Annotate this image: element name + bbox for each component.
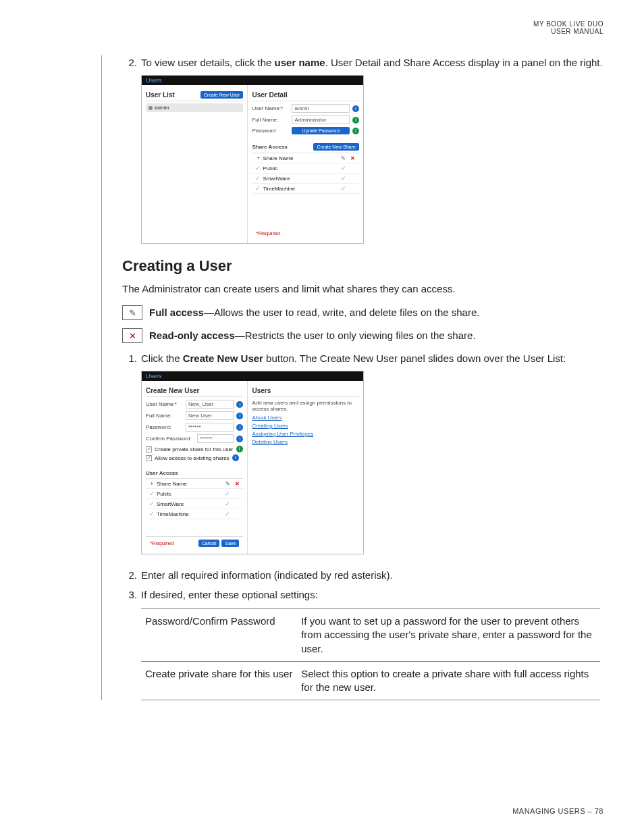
required-label: *Required bbox=[150, 540, 174, 546]
help-icon[interactable]: i bbox=[236, 401, 243, 408]
username-input[interactable]: admin bbox=[292, 104, 350, 113]
help-icon[interactable]: i bbox=[352, 105, 359, 112]
step-2-userdetails: 2. To view user details, click the user … bbox=[122, 55, 603, 70]
cancel-button[interactable]: Cancel bbox=[198, 540, 220, 547]
screenshot-create-new-user: Users Create New User User Name:* New_Us… bbox=[141, 371, 364, 554]
create-new-user-button[interactable]: Create New User bbox=[200, 91, 244, 99]
share-row: ✓ TimeMachine ✓ bbox=[146, 509, 243, 519]
check-icon[interactable]: ✓ bbox=[223, 490, 232, 497]
checkbox-private-share[interactable] bbox=[146, 446, 152, 452]
password-label: Password bbox=[252, 128, 289, 134]
fullname-label: Full Name: bbox=[252, 117, 289, 123]
required-label: *Required bbox=[252, 228, 359, 239]
fullname-input[interactable]: Administrator bbox=[292, 115, 350, 124]
check-icon[interactable]: ✓ bbox=[339, 175, 348, 182]
ss2-topbar: Users bbox=[142, 371, 363, 381]
help-icon[interactable]: i bbox=[232, 454, 239, 461]
help-panel-title: Users bbox=[252, 385, 359, 397]
help-link[interactable]: Creating Users bbox=[252, 423, 359, 429]
full-access-row: ✎ Full access—Allows the user to read, w… bbox=[122, 305, 603, 320]
header-product-line: MY BOOK LIVE DUO USER MANUAL bbox=[41, 20, 603, 35]
help-text: Add new users and assign permissions to … bbox=[252, 400, 359, 412]
confirm-password-label: Confirm Password: bbox=[146, 436, 194, 442]
share-row: ✓ Public ✓ bbox=[146, 489, 243, 499]
options-table: Password/Confirm Password If you want to… bbox=[141, 608, 600, 700]
check-icon[interactable]: ✓ bbox=[253, 165, 263, 172]
x-icon: ✕ bbox=[348, 155, 358, 161]
fullname-input[interactable]: New User bbox=[186, 411, 234, 420]
username-label: User Name:* bbox=[146, 401, 183, 407]
create-new-share-button[interactable]: Create New Share bbox=[313, 143, 359, 151]
step-3-optional: 3. If desired, enter these optional sett… bbox=[122, 588, 603, 602]
check-icon[interactable]: ✓ bbox=[147, 490, 157, 497]
help-icon[interactable]: i bbox=[236, 446, 243, 452]
step-2-enter-required: 2. Enter all required information (indic… bbox=[122, 568, 603, 582]
table-row: Create private share for this user Selec… bbox=[141, 661, 600, 700]
check-icon[interactable]: ✓ bbox=[223, 511, 232, 517]
share-col-header: Share Name bbox=[157, 481, 223, 487]
pencil-icon: ✎ bbox=[223, 481, 232, 487]
user-icon bbox=[149, 106, 153, 110]
ss1-userdetail-title: User Detail bbox=[252, 89, 359, 101]
step-1-create: 1. Click the Create New User button. The… bbox=[122, 351, 603, 365]
plus-icon[interactable]: + bbox=[253, 155, 263, 161]
ss1-topbar: Users bbox=[142, 76, 363, 85]
username-input[interactable]: New_User bbox=[186, 400, 234, 409]
check-icon[interactable]: ✓ bbox=[339, 185, 348, 192]
share-row: ✓ Public ✓ bbox=[252, 163, 359, 174]
share-col-header: Share Name bbox=[263, 155, 339, 161]
confirm-password-input[interactable]: ****** bbox=[197, 434, 234, 443]
check-icon[interactable]: ✓ bbox=[253, 175, 263, 182]
readonly-access-row: ✕ Read-only access—Restricts the user to… bbox=[122, 328, 603, 343]
option-desc: Select this option to create a private s… bbox=[297, 661, 600, 700]
check-icon[interactable]: ✓ bbox=[253, 185, 263, 192]
password-input[interactable]: ****** bbox=[186, 423, 234, 432]
update-password-button[interactable]: Update Password bbox=[292, 127, 350, 134]
option-label: Create private share for this user bbox=[141, 661, 297, 700]
password-label: Password: bbox=[146, 424, 183, 430]
check-icon[interactable]: ✓ bbox=[339, 165, 348, 172]
header-line2: USER MANUAL bbox=[41, 28, 603, 35]
help-icon[interactable]: i bbox=[236, 424, 243, 431]
check-icon[interactable]: ✓ bbox=[147, 511, 157, 517]
help-link[interactable]: Assigning User Privileges bbox=[252, 431, 359, 437]
check-icon[interactable]: ✓ bbox=[223, 500, 232, 507]
check-icon[interactable]: ✓ bbox=[147, 500, 157, 507]
option-desc: If you want to set up a password for the… bbox=[297, 609, 600, 662]
help-link[interactable]: About Users bbox=[252, 415, 359, 421]
ss1-userlist-title: User List bbox=[146, 91, 175, 99]
header-line1: MY BOOK LIVE DUO bbox=[41, 20, 603, 28]
page-footer: MANAGING USERS – 78 bbox=[512, 807, 603, 815]
main-content: 2. To view user details, click the user … bbox=[101, 55, 603, 700]
table-row: Password/Confirm Password If you want to… bbox=[141, 609, 600, 662]
save-button[interactable]: Save bbox=[221, 540, 239, 547]
screenshot-user-detail: Users User List Create New User admin Us… bbox=[141, 75, 364, 244]
share-row: ✓ SmartWare ✓ bbox=[146, 499, 243, 509]
intro-para: The Administrator can create users and l… bbox=[122, 282, 603, 296]
share-access-title: Share Access bbox=[252, 144, 287, 150]
pencil-icon: ✎ bbox=[339, 155, 348, 161]
readonly-icon: ✕ bbox=[122, 328, 142, 343]
share-row: ✓ SmartWare ✓ bbox=[252, 174, 359, 184]
create-user-title: Create New User bbox=[146, 385, 243, 397]
help-icon[interactable]: i bbox=[236, 436, 243, 442]
x-icon: ✕ bbox=[232, 481, 242, 487]
username-label: User Name:* bbox=[252, 105, 289, 111]
help-icon[interactable]: i bbox=[352, 117, 359, 124]
help-icon[interactable]: i bbox=[352, 128, 359, 134]
checkbox-allow-access[interactable] bbox=[146, 455, 152, 461]
section-title: Creating a User bbox=[122, 257, 603, 275]
user-list-item-admin[interactable]: admin bbox=[146, 103, 243, 112]
option-label: Password/Confirm Password bbox=[141, 609, 297, 662]
user-access-title: User Access bbox=[146, 470, 178, 476]
fullname-label: Full Name: bbox=[146, 413, 183, 419]
pencil-icon: ✎ bbox=[122, 305, 142, 320]
help-link[interactable]: Deleting Users bbox=[252, 439, 359, 445]
plus-icon[interactable]: + bbox=[147, 480, 157, 487]
help-icon[interactable]: i bbox=[236, 413, 243, 419]
share-row: ✓ TimeMachine ✓ bbox=[252, 184, 359, 194]
